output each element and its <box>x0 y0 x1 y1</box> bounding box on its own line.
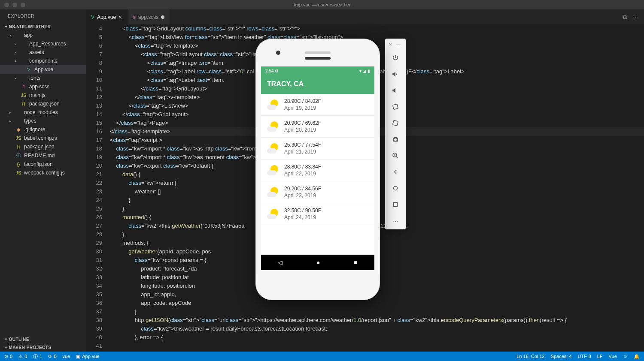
weather-list[interactable]: 28.90C / 84.02FApril 19, 201920.90C / 69… <box>261 94 374 225</box>
weather-icon <box>267 142 279 154</box>
emulator-toolbar: ✕— ⋯ <box>385 39 406 229</box>
file-tree-item[interactable]: #app.scss <box>0 82 86 91</box>
maximize-window-button[interactable] <box>21 3 25 7</box>
phone-screen[interactable]: 2:54 ⚙ ▾ ◢ ▮ TRACY, CA 28.90C / 84.02FAp… <box>261 66 374 270</box>
nav-overview-icon[interactable]: ■ <box>354 259 357 266</box>
status-spaces[interactable]: Spaces: 4 <box>551 354 572 359</box>
file-tree-item[interactable]: ▸types <box>0 117 86 125</box>
emu-close-icon[interactable]: ✕ <box>389 42 392 47</box>
file-tree-item[interactable]: {}package.json <box>0 142 86 151</box>
file-tree-item[interactable]: ▾app <box>0 31 86 39</box>
weather-icon <box>267 164 279 176</box>
svg-point-3 <box>394 187 398 190</box>
file-tree-item[interactable]: {}package.json <box>0 99 86 108</box>
close-tab-icon[interactable]: × <box>118 14 122 21</box>
android-emulator: 2:54 ⚙ ▾ ◢ ▮ TRACY, CA 28.90C / 84.02FAp… <box>255 39 406 300</box>
status-language[interactable]: Vue <box>609 354 617 359</box>
file-tree-item[interactable]: ⓘREADME.md <box>0 151 86 160</box>
file-tree-item[interactable]: ▸fonts <box>0 74 86 82</box>
weather-item[interactable]: 28.80C / 83.84FApril 22, 2019 <box>261 159 374 181</box>
status-bar: ⊘ 0 ⚠ 0 ⓘ 1 ⟳ 0 vue ▣ App.vue Ln 16, Col… <box>0 352 644 361</box>
minimize-window-button[interactable] <box>12 3 17 7</box>
weather-item[interactable]: 25.30C / 77.54FApril 21, 2019 <box>261 138 374 159</box>
split-editor-icon[interactable]: ⧉ <box>623 13 627 21</box>
editor-tab[interactable]: VApp.vue× <box>86 9 128 24</box>
file-tree-item[interactable]: ▸node_modules <box>0 108 86 117</box>
status-eol[interactable]: LF <box>597 354 603 359</box>
nav-back-icon[interactable]: ◁ <box>278 259 283 266</box>
status-warnings[interactable]: ⚠ 0 <box>18 354 27 359</box>
more-icon[interactable]: ⋯ <box>390 216 401 226</box>
status-feedback-icon[interactable]: ☺ <box>623 354 628 359</box>
editor-tabs: VApp.vue×#app.scss ⧉ ⋯ <box>86 9 644 24</box>
status-port[interactable]: ⟳ 0 <box>48 354 56 359</box>
status-errors[interactable]: ⊘ 0 <box>4 354 12 359</box>
status-file[interactable]: ▣ App.vue <box>76 354 99 359</box>
window-controls[interactable] <box>4 3 25 7</box>
status-info[interactable]: ⓘ 1 <box>33 353 42 360</box>
back-icon[interactable] <box>390 167 401 177</box>
nav-home-icon[interactable]: ● <box>316 259 320 266</box>
overview-icon[interactable] <box>390 199 401 210</box>
maven-header[interactable]: MAVEN PROJECTS <box>0 343 86 352</box>
rotate-right-icon[interactable] <box>390 118 401 128</box>
file-tree-item[interactable]: JSwebpack.config.js <box>0 168 86 177</box>
window-title: App.vue — ns-vue-weather <box>293 2 350 7</box>
volume-down-icon[interactable] <box>390 85 401 96</box>
file-tree: ▾app▸App_Resources▸assets▾componentsVApp… <box>0 31 86 177</box>
close-window-button[interactable] <box>4 3 9 7</box>
file-tree-item[interactable]: JSbabel.config.js <box>0 134 86 142</box>
phone-status-bar: 2:54 ⚙ ▾ ◢ ▮ <box>261 66 374 75</box>
file-tree-item[interactable]: VApp.vue <box>0 65 86 74</box>
weather-item[interactable]: 20.90C / 69.62FApril 20, 2019 <box>261 116 374 138</box>
svg-rect-1 <box>393 120 398 126</box>
phone-frame: 2:54 ⚙ ▾ ◢ ▮ TRACY, CA 28.90C / 84.02FAp… <box>255 39 380 300</box>
zoom-icon[interactable] <box>390 150 401 161</box>
home-icon[interactable] <box>390 183 401 193</box>
phone-nav-bar: ◁ ● ■ <box>261 255 374 270</box>
status-bell-icon[interactable]: 🔔 <box>634 354 640 359</box>
weather-icon <box>267 99 279 111</box>
line-gutter: 4567891011121314151617181920212223242526… <box>86 24 110 352</box>
file-tree-item[interactable]: ▸assets <box>0 48 86 57</box>
svg-rect-0 <box>393 104 398 110</box>
emu-minimize-icon[interactable]: — <box>396 42 401 47</box>
file-tree-item[interactable]: ▸App_Resources <box>0 39 86 48</box>
explorer-title: EXPLORER <box>0 9 86 23</box>
editor-tab[interactable]: #app.scss <box>128 9 170 24</box>
weather-icon <box>267 120 279 132</box>
svg-rect-4 <box>394 203 398 207</box>
project-header[interactable]: NS-VUE-WEATHER <box>0 23 86 31</box>
weather-item[interactable]: 32.50C / 90.50FApril 24, 2019 <box>261 203 374 225</box>
file-tree-item[interactable]: ▾components <box>0 57 86 65</box>
app-title: TRACY, CA <box>261 75 374 94</box>
sidebar: EXPLORER NS-VUE-WEATHER ▾app▸App_Resourc… <box>0 9 86 352</box>
file-tree-item[interactable]: ◆.gitignore <box>0 125 86 134</box>
file-tree-item[interactable]: JSmain.js <box>0 91 86 99</box>
status-encoding[interactable]: UTF-8 <box>578 354 591 359</box>
camera-icon[interactable] <box>390 134 401 144</box>
weather-icon <box>267 208 279 220</box>
power-icon[interactable] <box>390 53 401 63</box>
file-tree-item[interactable]: {}tsconfig.json <box>0 160 86 168</box>
window-titlebar: App.vue — ns-vue-weather <box>0 0 644 9</box>
status-lang-icon[interactable]: vue <box>63 354 70 359</box>
volume-up-icon[interactable] <box>390 69 401 79</box>
weather-item[interactable]: 28.90C / 84.02FApril 19, 2019 <box>261 94 374 116</box>
weather-icon <box>267 186 279 198</box>
outline-header[interactable]: OUTLINE <box>0 335 86 343</box>
rotate-left-icon[interactable] <box>390 102 401 112</box>
weather-item[interactable]: 29.20C / 84.56FApril 23, 2019 <box>261 181 374 203</box>
status-cursor[interactable]: Ln 16, Col 12 <box>516 354 544 359</box>
more-actions-icon[interactable]: ⋯ <box>633 14 639 21</box>
